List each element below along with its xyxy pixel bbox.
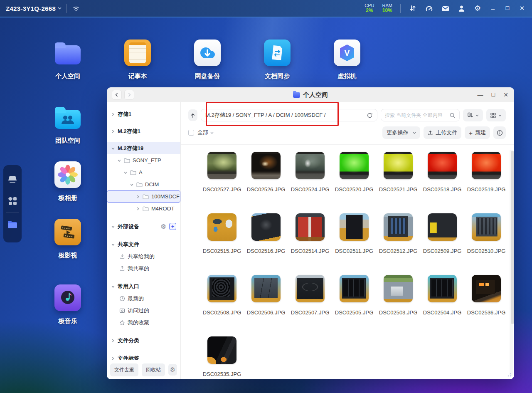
desktop-app-notepad[interactable]: 记事本 [103,40,172,80]
transfer-tasks-icon[interactable] [409,4,417,12]
up-directory-button[interactable] [188,109,197,121]
desktop-app-virtual-machine[interactable]: V虚拟机 [312,40,382,80]
file-item[interactable]: DSC02506.JPG [244,275,288,336]
file-thumbnail[interactable] [207,336,236,364]
file-thumbnail[interactable] [384,213,413,241]
sidebar-section-文件分类[interactable]: 文件分类 [107,334,180,346]
file-item[interactable]: DSC02509.JPG [420,213,464,275]
file-item[interactable]: DSC02510.JPG [464,213,508,275]
search-input[interactable] [385,112,449,118]
sort-order-button[interactable] [463,109,483,121]
sidebar-item-最新的[interactable]: 最新的 [107,292,180,304]
device-name-dropdown[interactable]: Z423-3Y1Q-2668 [6,5,62,12]
desktop-app-photo-album[interactable]: 极相册 [33,161,103,202]
upload-file-button[interactable]: 上传文件 [424,126,461,139]
sidebar-tree-item[interactable]: 存储1 [107,108,180,120]
chevron-expanded-icon[interactable] [111,146,115,151]
file-item[interactable]: DSC02526.JPG [244,152,288,213]
chevron-expanded-icon[interactable] [130,183,134,187]
sidebar-section-共享文件[interactable]: 共享文件 [107,238,180,250]
file-item[interactable]: DSC02507.JPG [288,275,332,336]
file-thumbnail[interactable] [251,275,281,302]
more-actions-button[interactable]: 更多操作 [382,126,420,139]
add-external-device-button[interactable]: + [169,223,176,230]
file-thumbnail[interactable] [340,213,369,241]
file-item[interactable]: DSC02527.JPG [200,152,244,213]
file-thumbnail[interactable] [428,152,457,179]
desktop-app-cloud-backup[interactable]: 网盘备份 [172,40,242,80]
file-item[interactable]: DSC02519.JPG [464,152,508,213]
chevron-collapsed-icon[interactable] [136,207,140,211]
sidebar-settings-gear-icon[interactable]: ⚙ [168,364,177,376]
file-thumbnail[interactable] [428,213,457,241]
cpu-meter[interactable]: CPU 2% [365,3,374,14]
file-thumbnail[interactable] [384,275,413,302]
sidebar-item-我的收藏[interactable]: 我的收藏 [107,316,180,329]
recycle-bin-button[interactable]: 回收站 [142,363,165,376]
info-button[interactable] [493,126,506,139]
settings-gear-icon[interactable]: ⚙ [473,4,482,12]
maximize-all-button[interactable]: ☐ [504,5,511,11]
sidebar-tree-item[interactable]: M.2存储1 [107,125,180,137]
chevron-down-icon[interactable] [210,132,214,134]
window-close-button[interactable]: ✕ [503,91,508,98]
external-device-settings-icon[interactable]: ⚙ [161,223,166,230]
create-new-button[interactable]: + 新建 [465,126,490,139]
file-item[interactable]: DSC02518.JPG [420,152,464,213]
chevron-collapsed-icon[interactable] [111,112,115,116]
file-thumbnail[interactable] [340,275,369,302]
chevron-collapsed-icon[interactable] [111,339,115,343]
chevron-expanded-icon[interactable] [123,171,128,175]
chevron-expanded-icon[interactable] [111,284,115,289]
search-icon[interactable] [449,112,456,119]
sidebar-section-文件标签[interactable]: 文件标签 [107,352,180,360]
sidebar-item-访问过的[interactable]: 访问过的 [107,304,180,316]
refresh-icon[interactable] [367,112,373,119]
desktop-app-music-app[interactable]: 极音乐 [33,284,103,325]
dedupe-button[interactable]: 文件去重 [110,363,138,376]
sidebar-section-外部设备[interactable]: 外部设备⚙+ [107,220,180,232]
file-thumbnail[interactable] [296,275,325,302]
dock-files-icon[interactable] [3,214,22,235]
chevron-expanded-icon[interactable] [111,242,115,247]
desktop-app-video-app[interactable]: 极影视 [33,219,103,260]
file-item[interactable]: DSC02505.JPG [332,275,376,336]
sidebar-tree-item[interactable]: M.2存储19 [107,142,180,154]
chevron-collapsed-icon[interactable] [111,356,115,361]
file-thumbnail[interactable] [251,213,281,241]
chevron-collapsed-icon[interactable] [136,195,140,199]
chevron-collapsed-icon[interactable] [111,129,115,133]
chevron-expanded-icon[interactable] [111,225,115,229]
sidebar-tree-item[interactable]: A [107,166,180,178]
ram-meter[interactable]: RAM 10% [382,3,392,14]
file-item[interactable]: DSC02508.JPG [200,275,244,336]
sidebar-tree-item[interactable]: M4ROOT [107,203,180,215]
scrollbar-thumb[interactable] [511,151,514,324]
file-item[interactable]: DSC02515.JPG [200,213,244,275]
minimize-all-button[interactable]: – [490,5,496,12]
dock-desktop-icon[interactable] [3,168,22,190]
file-item[interactable]: DSC02536.JPG [464,275,508,336]
file-item[interactable]: DSC02521.JPG [376,152,420,213]
desktop-app-doc-sync[interactable]: 文档同步 [242,40,312,80]
file-item[interactable]: DSC02524.JPG [288,152,332,213]
file-item[interactable]: DSC02514.JPG [288,213,332,275]
user-account-icon[interactable] [457,4,466,12]
file-thumbnail[interactable] [296,213,325,241]
wifi-icon[interactable] [72,4,80,12]
file-thumbnail[interactable] [384,152,413,179]
sidebar-tree-item[interactable]: 100MSDCF [107,190,180,203]
performance-monitor-icon[interactable] [425,4,433,12]
view-mode-button[interactable] [486,109,506,121]
file-thumbnail[interactable] [207,275,236,302]
file-item[interactable]: DSC02504.JPG [420,275,464,336]
file-thumbnail[interactable] [296,152,325,179]
desktop-app-personal-space[interactable]: 个人空间 [33,40,103,80]
file-item[interactable]: DSC02512.JPG [376,213,420,275]
sidebar-section-常用入口[interactable]: 常用入口 [107,280,180,292]
messages-icon[interactable] [441,4,449,12]
resize-handle[interactable] [507,373,511,377]
select-all-checkbox[interactable] [188,130,194,136]
close-all-button[interactable]: ✕ [519,5,525,12]
file-thumbnail[interactable] [472,213,501,241]
